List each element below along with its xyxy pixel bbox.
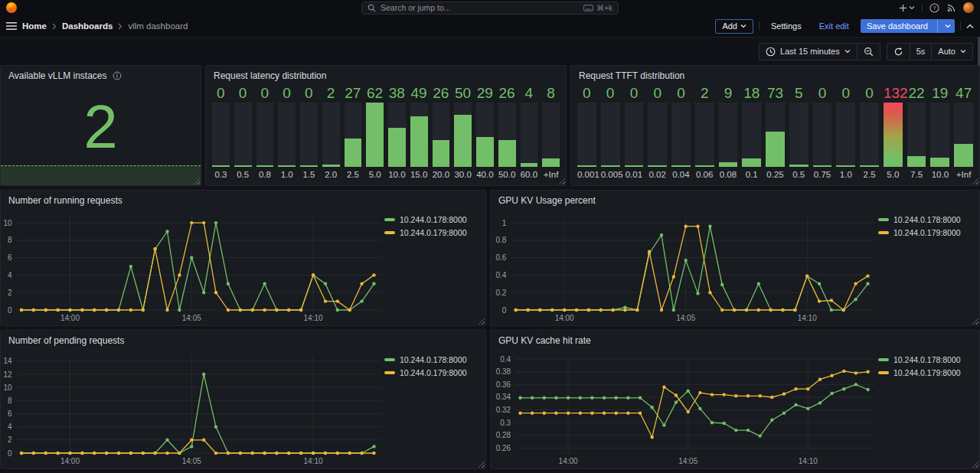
add-button[interactable]: Add	[715, 19, 753, 34]
svg-text:6: 6	[8, 409, 12, 418]
svg-text:1: 1	[502, 219, 507, 227]
save-dashboard-button[interactable]: Save dashboard	[861, 19, 955, 33]
legend-series-name: 10.244.0.178:8000	[893, 215, 961, 224]
bar-bucket-label: 0.1	[742, 167, 761, 181]
save-options-button[interactable]	[941, 21, 955, 31]
bar-cell: 8+Inf	[542, 84, 560, 181]
bar-value: 4	[521, 84, 538, 102]
bar-track	[433, 103, 450, 167]
legend-series-color	[384, 231, 395, 234]
running-requests-chart[interactable]: 14:0014:0514:100246810	[1, 207, 384, 324]
chevron-right-icon	[118, 23, 122, 30]
panel-header[interactable]: GPU KV Usage percent	[491, 191, 979, 207]
exit-edit-button[interactable]: Exit edit	[813, 20, 855, 33]
svg-text:0: 0	[8, 306, 12, 315]
legend-item[interactable]: 10.244.0.178:8000	[384, 355, 479, 364]
chevron-up-icon[interactable]	[966, 24, 974, 29]
svg-text:0.28: 0.28	[496, 431, 511, 439]
bar-bucket-label: 2.5	[860, 167, 879, 181]
bar-bucket-label: +Inf	[542, 167, 560, 181]
bar-value: 18	[742, 84, 761, 102]
zoom-out-button[interactable]	[858, 44, 880, 60]
bar-fill	[884, 103, 903, 167]
bar-track	[366, 103, 384, 167]
bar-bucket-label: 10.0	[388, 167, 406, 181]
svg-text:0.4: 0.4	[495, 271, 506, 279]
stat-body: 2	[1, 83, 201, 185]
bar-bucket-label: 1.0	[278, 167, 296, 181]
svg-text:14:10: 14:10	[304, 457, 323, 465]
refresh-interval-picker[interactable]: 5s	[910, 44, 932, 59]
bar-fill	[521, 163, 538, 167]
news-button[interactable]	[946, 3, 956, 13]
svg-text:14:05: 14:05	[182, 314, 201, 322]
bar-bucket-label: 0.25	[766, 167, 785, 181]
bar-cell: 625.0	[366, 84, 384, 181]
breadcrumb-current: vllm dashboard	[128, 21, 188, 31]
bar-fill	[789, 165, 808, 167]
legend-item[interactable]: 10.244.0.179:8000	[384, 368, 479, 377]
auto-variable-picker[interactable]: Auto	[932, 44, 972, 59]
search-icon	[368, 4, 376, 12]
panel-header[interactable]: GPU KV cache hit rate	[491, 331, 979, 347]
bar-value: 19	[930, 84, 949, 102]
legend-item[interactable]: 10.244.0.179:8000	[878, 228, 973, 237]
search-input[interactable]: Search or jump to... ⌘+k	[361, 2, 619, 15]
menu-icon[interactable]	[6, 21, 17, 31]
settings-button[interactable]: Settings	[765, 20, 808, 33]
panel-header[interactable]: Number of pending requests	[1, 331, 485, 347]
legend-series-color	[878, 358, 889, 361]
chart-legend: 10.244.0.178:800010.244.0.179:8000	[878, 207, 979, 324]
panel-header[interactable]: Request latency distribution	[206, 66, 566, 83]
gpu-kv-cache-hit-chart[interactable]: 14:0014:0514:100.260.280.30.320.340.360.…	[491, 347, 878, 467]
bar-fill	[907, 156, 926, 167]
bar-fill	[256, 165, 274, 167]
legend-item[interactable]: 10.244.0.179:8000	[384, 228, 479, 237]
refresh-button[interactable]	[887, 44, 910, 60]
bar-fill	[719, 162, 738, 167]
bar-bucket-label: 0.06	[695, 167, 714, 181]
panel-title-text: Number of pending requests	[8, 335, 124, 346]
breadcrumb-home[interactable]: Home	[22, 21, 47, 31]
panel-header[interactable]: Number of running requests	[1, 191, 485, 207]
bar-value: 0	[836, 84, 855, 102]
bar-cell: 4915.0	[410, 84, 428, 181]
grafana-logo-icon[interactable]	[6, 2, 17, 13]
bar-value: 0	[256, 84, 274, 102]
breadcrumb-dashboards[interactable]: Dashboards	[62, 21, 113, 31]
bar-bucket-label: 0.5	[234, 167, 252, 181]
bar-track	[671, 103, 691, 167]
panel-header[interactable]: Available vLLM instaces	[1, 66, 201, 83]
panel-available-instances: Available vLLM instaces 2	[0, 65, 201, 186]
svg-text:0.6: 0.6	[495, 253, 506, 262]
bar-bucket-label: 20.0	[433, 167, 450, 181]
stat-value: 2	[83, 96, 118, 158]
panel-header[interactable]: Request TTFT distribution	[571, 66, 979, 83]
search-placeholder: Search or jump to...	[381, 3, 579, 12]
bar-fill	[212, 165, 230, 167]
bar-fill	[577, 165, 596, 167]
bar-fill	[625, 165, 644, 167]
legend-series-name: 10.244.0.178:8000	[893, 355, 961, 364]
add-new-button[interactable]	[899, 4, 915, 12]
bar-cell: 01.0	[836, 84, 855, 181]
bar-bucket-label: 5.0	[366, 167, 384, 181]
svg-text:0.4: 0.4	[500, 355, 511, 364]
panel-request-latency-distribution: Request latency distribution 00.300.500.…	[205, 65, 567, 186]
legend-series-name: 10.244.0.179:8000	[400, 368, 467, 377]
user-avatar[interactable]	[963, 2, 974, 13]
legend-item[interactable]: 10.244.0.178:8000	[384, 215, 479, 224]
bar-bucket-label: 40.0	[476, 167, 494, 181]
legend-item[interactable]: 10.244.0.178:8000	[878, 355, 973, 364]
info-icon[interactable]	[113, 71, 122, 80]
gpu-kv-usage-chart[interactable]: 14:0014:0514:1000.20.40.60.81	[491, 207, 878, 324]
bar-value: 0	[813, 84, 832, 102]
legend-item[interactable]: 10.244.0.179:8000	[878, 368, 973, 377]
breadcrumb-bar: Home Dashboards vllm dashboard Add Setti…	[0, 15, 980, 38]
time-range-picker[interactable]: Last 15 minutes	[760, 44, 857, 60]
legend-item[interactable]: 10.244.0.178:8000	[878, 215, 973, 224]
pending-requests-chart[interactable]: 14:0014:0514:1002468101214	[1, 347, 384, 467]
help-button[interactable]: ?	[929, 3, 939, 13]
bar-cell: 00.5	[234, 84, 252, 181]
bar-fill	[476, 137, 494, 167]
